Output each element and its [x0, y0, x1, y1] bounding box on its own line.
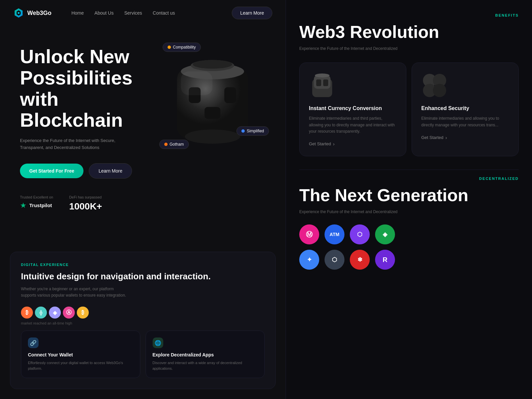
wallet-label: market reached an all-time high: [21, 321, 265, 325]
crypto-icon-green: ◈: [375, 224, 395, 244]
arrow-icon-2: ›: [445, 135, 447, 140]
wallet-icons-row: ₿ ⟠ ◈ Ⓐ ₿: [21, 307, 265, 319]
nav-about[interactable]: About Us: [94, 10, 114, 16]
digital-section: DIGITAL EXPERIENCE Intuitive design for …: [10, 252, 276, 389]
crypto-icon-dark: ⬡: [325, 250, 344, 270]
learn-more-button[interactable]: Learn More: [89, 163, 132, 179]
badge-gotham: Gotham: [159, 140, 189, 149]
benefit-cards: Instant Currency Conversion Eliminate in…: [299, 63, 519, 156]
decentralized-tag: DECENTRALIZED: [299, 177, 519, 181]
connect-wallet-card: 🔗 Connect Your Wallet Effortlessly conne…: [21, 331, 140, 378]
wallet-icon-4: Ⓐ: [63, 307, 75, 319]
digital-tag: DIGITAL EXPERIENCE: [21, 263, 265, 267]
navbar: Web3Go Home About Us Services Contact us…: [0, 0, 286, 26]
decentralized-section: DECENTRALIZED The Next Generation Experi…: [299, 177, 519, 270]
trustpilot-star-icon: ★: [20, 201, 27, 210]
trustpilot-area: ★ Trustpilot: [20, 201, 53, 210]
svg-rect-7: [224, 87, 236, 103]
badge-dot-orange: [168, 46, 171, 49]
arrow-icon-1: ›: [333, 141, 334, 147]
hero-subtitle: Experience the Future of the Internet wi…: [20, 137, 126, 151]
benefit-card-2-img: [421, 72, 448, 99]
digital-desc: Whether you're a beginner or an expert, …: [21, 286, 127, 299]
benefit-card-2-desc: Eliminate intermediaries and allowing yo…: [421, 115, 509, 128]
right-panel: BENEFITS Web3 Revolution Experience the …: [286, 0, 532, 399]
svg-rect-13: [323, 79, 328, 86]
svg-point-0: [18, 12, 20, 14]
crypto-icon-purple: ⬡: [350, 224, 370, 244]
get-started-button[interactable]: Get Started For Free: [20, 164, 83, 178]
explore-dapps-desc: Discover and interact with a wide array …: [153, 360, 258, 371]
wallet-icon-1: ₿: [21, 307, 33, 319]
nav-home[interactable]: Home: [71, 10, 84, 16]
decentralized-title: The Next Generation: [299, 186, 519, 205]
benefit-card-1: Instant Currency Conversion Eliminate in…: [299, 63, 406, 156]
trust-row: Trusted Excellent on ★ Trustpilot DeFi h…: [20, 195, 272, 212]
svg-point-18: [433, 84, 446, 97]
connect-wallet-icon: 🔗: [28, 337, 39, 348]
badge-compatibility-text: Compatibility: [173, 45, 196, 50]
crypto-icon-blue: ✦: [299, 250, 319, 270]
defi-count: 1000K+: [69, 201, 102, 212]
benefit-card-2-title: Enhanced Security: [421, 105, 509, 111]
cube-icon-1: [309, 72, 335, 99]
nav-links: Home About Us Services Contact us: [71, 10, 232, 16]
hero-section: Unlock New Possibilities with Blockchain…: [0, 26, 286, 245]
digital-title: Intuitive design for navigation and inte…: [21, 271, 265, 282]
logo-text: Web3Go: [27, 10, 52, 17]
badge-gotham-text: Gotham: [170, 142, 184, 147]
nav-services[interactable]: Services: [124, 10, 142, 16]
get-started-link-1[interactable]: Get Started ›: [309, 141, 397, 147]
wallet-icon-3: ◈: [49, 307, 61, 319]
connect-wallet-desc: Effortlessly connect your digital wallet…: [28, 360, 133, 371]
benefits-subtitle: Experience the Future of the Internet an…: [299, 46, 519, 52]
get-started-link-2[interactable]: Get Started ›: [421, 135, 509, 140]
get-started-text-1: Get Started: [309, 141, 331, 146]
benefit-card-1-desc: Eliminate intermediaries and third parti…: [309, 115, 397, 135]
svg-rect-8: [204, 107, 220, 119]
svg-point-14: [315, 73, 330, 77]
defi-item: DeFi has surpassed 1000K+: [69, 195, 102, 212]
badge-simplified-text: Simplified: [247, 129, 264, 133]
benefits-title: Web3 Revolution: [299, 23, 519, 42]
hero-3d-object: Compatibility Simplified Gotham: [153, 36, 272, 162]
wallet-icon-2: ⟠: [35, 307, 47, 319]
badge-simplified: Simplified: [236, 126, 269, 136]
badge-dot-blue: [241, 129, 245, 133]
explore-dapps-icon: 🌐: [153, 337, 163, 348]
explore-dapps-title: Explore Decentralized Apps: [153, 352, 258, 357]
defi-label: DeFi has surpassed: [69, 195, 102, 199]
logo-icon: [13, 8, 24, 18]
get-started-text-2: Get Started: [421, 135, 443, 140]
benefit-card-1-title: Instant Currency Conversion: [309, 105, 397, 111]
svg-point-5: [185, 129, 240, 144]
benefit-card-2: Enhanced Security Eliminate intermediari…: [412, 63, 519, 156]
feature-cards-row: 🔗 Connect Your Wallet Effortlessly conne…: [21, 331, 265, 378]
badge-compatibility: Compatibility: [163, 43, 201, 52]
crypto-icon-red: ❄: [350, 250, 370, 270]
badge-dot-gotham: [164, 143, 168, 146]
left-panel: Web3Go Home About Us Services Contact us…: [0, 0, 286, 399]
benefits-tag: BENEFITS: [299, 13, 519, 17]
wallet-icon-5: ₿: [77, 307, 89, 319]
crypto-grid: Ⓜ ATM ⬡ ◈ ✦ ⬡ ❄: [299, 224, 519, 270]
nav-contact[interactable]: Contact us: [153, 10, 175, 16]
svg-point-4: [193, 60, 232, 68]
hero-buttons: Get Started For Free Learn More: [20, 163, 272, 179]
connect-wallet-title: Connect Your Wallet: [28, 352, 133, 357]
svg-rect-9: [181, 71, 212, 95]
section-divider: [299, 170, 519, 170]
benefit-card-1-img: [309, 72, 335, 99]
nav-cta-button[interactable]: Learn More: [232, 7, 272, 19]
hero-title: Unlock New Possibilities with Blockchain: [20, 46, 153, 131]
logo-area: Web3Go: [13, 8, 52, 18]
svg-rect-12: [316, 79, 321, 86]
trustpilot-item: Trusted Excellent on ★ Trustpilot: [20, 195, 53, 210]
trustpilot-text: Trustpilot: [29, 202, 52, 208]
crypto-icon-violet: R: [375, 250, 395, 270]
trust-label: Trusted Excellent on: [20, 195, 53, 199]
explore-dapps-card: 🌐 Explore Decentralized Apps Discover an…: [146, 331, 265, 378]
benefits-section: BENEFITS Web3 Revolution Experience the …: [299, 13, 519, 156]
crypto-icon-monero: Ⓜ: [299, 224, 319, 244]
cube-icon-2: [421, 72, 448, 99]
